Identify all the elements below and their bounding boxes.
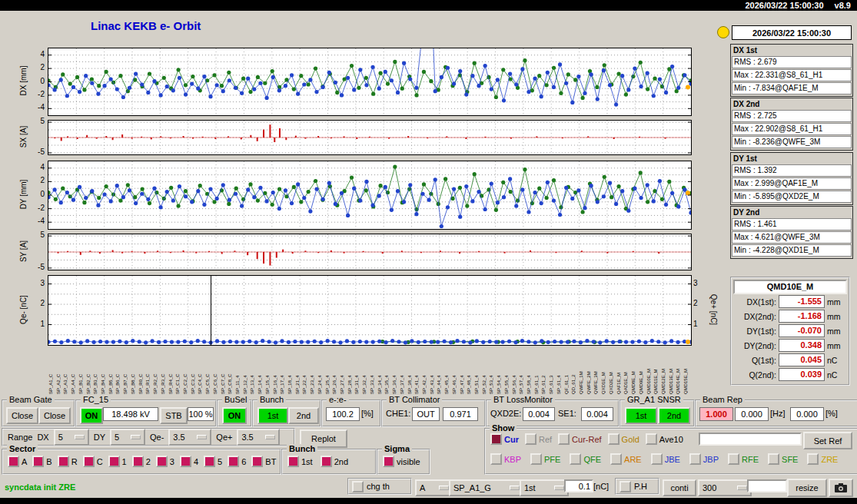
se1-value-display: 0.004 [581,407,613,421]
5-checkbox[interactable] [204,456,215,467]
bunch-1st-button[interactable]: 1st [257,407,288,424]
y-tick-label: 2 [26,299,45,307]
stats-min: Min : -5.895@QXD2E_M [732,191,852,203]
ref-checkbox[interactable] [525,433,536,445]
sigma-title: Sigma [382,444,412,454]
range-qep-dropdown[interactable]: 3.5 [237,429,280,446]
gr-snsr-2nd-button[interactable]: 2nd [658,407,690,424]
monitor-row: Q(2nd):0.039nC [733,367,847,382]
aux-input[interactable] [747,479,787,492]
6-checkbox[interactable] [228,456,239,467]
checkbox-label: 4 [194,457,198,466]
screenshot-button[interactable] [829,479,853,497]
ph-checkbox[interactable] [619,481,631,492]
y-tick-label: 1 [26,320,45,328]
4-checkbox[interactable] [180,456,191,467]
sfe-option: SFE [768,453,798,465]
zre-checkbox[interactable] [807,453,819,465]
ref-name-input[interactable] [699,433,802,446]
beam-rep-val2-display: 0.000 [735,407,769,421]
qxd2e-value-display: 0.004 [523,407,555,421]
c-option: C [83,456,103,467]
points-dropdown[interactable]: 300 [698,479,752,496]
checkbox-label: ZRE [821,455,838,464]
busel-on-button[interactable]: ON [222,407,247,424]
target-value: SP_A1_G [453,483,491,492]
fc15-stb-button[interactable]: STB [160,407,188,424]
gold-checkbox[interactable] [608,433,619,445]
bpm-label: SP_R4_C [168,346,174,394]
status-bunch-dropdown[interactable]: 1st [520,479,569,496]
monitor-row-value: -1.555 [779,295,825,308]
y-tick-label: 0 [26,77,45,85]
target-dropdown[interactable]: SP_A1_G [449,479,524,496]
monitor-row-value: 0.348 [779,339,825,352]
kbp-checkbox[interactable] [490,453,502,465]
page-title: Linac KEKB e- Orbit [91,19,201,32]
r-checkbox[interactable] [58,456,69,467]
stats-group-title: DX 2nd [732,99,852,109]
range-qem-value: 3.5 [173,433,184,442]
visible-checkbox[interactable] [383,456,394,467]
2nd-checkbox[interactable] [321,456,332,467]
cur-ref-checkbox[interactable] [558,433,570,445]
b-checkbox[interactable] [32,456,44,467]
1-checkbox[interactable] [108,456,120,467]
bt-checkbox[interactable] [251,456,263,467]
range-dx-dropdown[interactable]: 5 [54,429,89,446]
range-dy-dropdown[interactable]: 5 [110,429,145,446]
beam-gate-close2-button[interactable]: Close [38,407,71,424]
jbp-option: JBP [689,453,719,465]
sfe-checkbox[interactable] [768,453,779,465]
checkbox-label: Ave10 [659,435,683,444]
jbe-checkbox[interactable] [651,453,663,465]
bpm-label: SP_A2_C [55,346,62,394]
checkbox-label: KBP [504,455,521,464]
bpm-name-axis: SP_A1_CSP_A2_CSP_A3_CSP_A4_CSP_B1_CSP_B2… [48,346,690,394]
c-checkbox[interactable] [83,456,95,467]
chg-th-checkbox[interactable] [352,481,364,492]
fc15-on-button[interactable]: ON [80,407,103,424]
gr-snsr-1st-button[interactable]: 1st [625,407,657,424]
ave10-checkbox[interactable] [646,433,657,445]
cur-ref-option: Cur-Ref [558,433,602,445]
range-dy-value: 5 [115,433,119,442]
bpm-label: SP_46_4 [451,346,458,394]
bunch-2nd-button[interactable]: 2nd [288,407,319,424]
are-checkbox[interactable] [610,453,622,465]
2-checkbox[interactable] [132,456,144,467]
a-checkbox[interactable] [8,456,19,467]
resize-button[interactable]: resize [787,479,827,497]
bpm-label: SP_B6_C [115,346,121,394]
range-qem-label: Qe- [150,433,164,442]
1st-checkbox[interactable] [287,456,299,467]
fc15-title: FC_15 [81,395,111,405]
bpm-label: SP_33_4 [369,346,376,394]
qfe-checkbox[interactable] [570,453,581,465]
3-checkbox[interactable] [156,456,168,467]
beam-gate-close1-button[interactable]: Close [6,407,38,424]
jbp-checkbox[interactable] [689,453,701,465]
y-tick-label-right: 1 [693,320,706,328]
conti-button[interactable]: conti [663,479,696,496]
set-ref-button[interactable]: Set Ref [803,432,852,449]
bpm-label: QF_61_1 [563,346,570,394]
top-titlebar: 2026/03/22 15:00:30 v8.9 [0,0,857,11]
sector-items: ABRC123456BT [8,456,276,467]
pfe-checkbox[interactable] [530,453,542,465]
4-option: 4 [180,456,198,467]
sigma-items: visible [383,456,420,467]
bpm-label: SP_A3_C [62,346,69,394]
mode-dropdown[interactable]: A [415,479,453,496]
bpm-label: SP_R3_C [160,346,167,394]
chg-th-label: chg th [367,482,390,491]
bpm-label: SP_56_4 [511,346,518,394]
bpm-label: SP_42_4 [421,346,428,394]
b-option: B [32,456,51,467]
threshold-input[interactable] [564,479,593,492]
range-qem-dropdown[interactable]: 3.5 [168,429,211,446]
rfe-checkbox[interactable] [728,453,739,465]
cur-checkbox[interactable] [490,433,502,445]
status-bunch-value: 1st [524,483,536,492]
bpm-label: SP_17_4 [279,346,286,394]
